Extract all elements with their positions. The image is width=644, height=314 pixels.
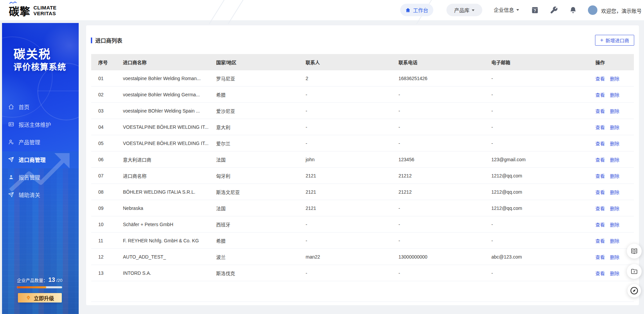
email: - <box>484 92 588 97</box>
importer-table: 序号进口商名称国家/地区联系人联系电话电子邮箱操作 01voestalpine … <box>91 54 634 302</box>
delete-link[interactable]: 删除 <box>610 206 619 211</box>
guide-compass-button[interactable] <box>627 284 641 297</box>
view-link[interactable]: 查看 <box>595 206 605 211</box>
country-region: 波兰 <box>209 253 299 260</box>
user-avatar[interactable] <box>588 5 597 15</box>
importer-name: INTORD S.A. <box>116 270 209 276</box>
table-body: 01voestalpine Bohler Welding Roman...罗马尼… <box>91 70 634 281</box>
view-link[interactable]: 查看 <box>595 92 605 98</box>
sidebar-item-label: 产品管理 <box>19 138 40 146</box>
email: 1212@qq.com <box>484 173 588 178</box>
contact-phone: - <box>391 206 484 211</box>
globe-line-decor <box>37 91 79 91</box>
help-manual-icon[interactable]: ? <box>531 6 539 14</box>
delete-link[interactable]: 删除 <box>610 76 619 81</box>
table-row: 06意大利进口商法国john123456123@gmail.com查看删除 <box>91 151 634 168</box>
row-index: 04 <box>91 124 116 130</box>
brand-logo: 碳擎 CLIMATE VERITAS <box>9 3 56 18</box>
contact-person: 2121 <box>299 206 391 211</box>
resources-folder-button[interactable] <box>627 264 642 279</box>
nav-enterprise-info[interactable]: 企业信息 <box>494 6 519 13</box>
view-link[interactable]: 查看 <box>595 255 605 260</box>
sidebar-item-importer-management[interactable]: 进口商管理 <box>2 151 79 168</box>
delete-link[interactable]: 删除 <box>610 173 619 179</box>
email: - <box>484 141 588 146</box>
delete-link[interactable]: 删除 <box>610 125 619 130</box>
view-link[interactable]: 查看 <box>595 238 605 244</box>
view-link[interactable]: 查看 <box>595 108 605 114</box>
view-link[interactable]: 查看 <box>595 271 605 276</box>
delete-link[interactable]: 删除 <box>610 222 619 227</box>
delete-link[interactable]: 删除 <box>610 238 619 244</box>
importer-name: 意大利进口商 <box>116 156 209 163</box>
importer-name: F. REYHER Nchfg. GmbH & Co. KG <box>116 238 209 243</box>
view-link[interactable]: 查看 <box>595 76 605 81</box>
sidebar-item-home[interactable]: 首页 <box>2 98 79 116</box>
sidebar-item-label: 报告管理 <box>19 173 40 181</box>
row-actions: 查看删除 <box>588 107 634 114</box>
paper-plane-icon <box>8 192 14 198</box>
row-actions: 查看删除 <box>588 172 634 179</box>
delete-link[interactable]: 删除 <box>610 108 619 114</box>
importer-name: voestalpine Bohler Welding Germa... <box>116 92 209 97</box>
email: 1212@qq.com <box>484 189 588 195</box>
contact-phone: - <box>391 222 484 227</box>
view-link[interactable]: 查看 <box>595 157 605 163</box>
delete-link[interactable]: 删除 <box>610 271 619 276</box>
view-link[interactable]: 查看 <box>595 141 605 146</box>
column-header-contact-phone: 联系电话 <box>391 59 484 66</box>
top-header: 碳擎 CLIMATE VERITAS 工作台 产品库 企业信息 ? 欢 <box>0 0 644 20</box>
delete-link[interactable]: 删除 <box>610 190 619 195</box>
nav-product-library[interactable]: 产品库 <box>446 4 482 16</box>
contact-person: - <box>299 238 391 243</box>
row-actions: 查看删除 <box>588 124 634 130</box>
sidebar-item-product-management[interactable]: 产品管理 <box>2 133 79 151</box>
table-row: 01voestalpine Bohler Welding Roman...罗马尼… <box>91 70 634 87</box>
view-link[interactable]: 查看 <box>595 125 605 130</box>
sidebar-item-report-management[interactable]: 报告管理 <box>2 168 79 186</box>
delete-link[interactable]: 删除 <box>610 255 619 260</box>
sidebar-item-reporting-entity[interactable]: 报送主体维护 <box>2 116 79 133</box>
contact-phone: - <box>391 124 484 130</box>
country-region: 爱沙尼亚 <box>209 107 299 114</box>
view-link[interactable]: 查看 <box>595 173 605 179</box>
view-link[interactable]: 查看 <box>595 190 605 195</box>
column-header-actions: 操作 <box>588 59 634 66</box>
notifications-bell-icon[interactable] <box>569 6 577 14</box>
contact-person: john <box>299 157 391 162</box>
country-region: 爱尔兰 <box>209 140 299 147</box>
table-row: 05VOESTALPINE BÖHLER WELDING IT...爱尔兰---… <box>91 135 634 151</box>
row-index: 12 <box>91 254 116 260</box>
view-link[interactable]: 查看 <box>595 222 605 227</box>
row-index: 10 <box>91 222 116 227</box>
sidebar-item-label: 辅助清关 <box>19 191 40 199</box>
sidebar-item-customs-assist[interactable]: 辅助清关 <box>2 186 79 203</box>
sidebar-item-label: 首页 <box>19 103 29 111</box>
page-title-text: 进口商列表 <box>95 36 122 44</box>
delete-link[interactable]: 删除 <box>610 92 619 98</box>
delete-link[interactable]: 删除 <box>610 141 619 146</box>
table-row: 09Nebraska法国2121-1212@qq.com查看删除 <box>91 200 634 216</box>
contact-phone: - <box>391 270 484 276</box>
table-row: 03voestalpine BOhler Welding Spain ...爱沙… <box>91 103 634 119</box>
contact-phone: - <box>391 92 484 97</box>
add-importer-button[interactable]: + 新增进口商 <box>595 35 634 46</box>
importer-name: Schäfer + Peters GmbH <box>116 222 209 227</box>
delete-link[interactable]: 删除 <box>610 157 619 163</box>
country-region: 意大利 <box>209 124 299 130</box>
nav-workbench[interactable]: 工作台 <box>400 4 433 16</box>
id-card-icon <box>8 121 14 127</box>
contact-phone: 21212 <box>391 189 484 195</box>
docs-book-button[interactable] <box>627 244 642 259</box>
caret-down-icon <box>472 9 474 11</box>
country-region: 匈牙利 <box>209 172 299 179</box>
email: - <box>484 76 588 81</box>
upgrade-button[interactable]: 立即升级 <box>18 293 62 303</box>
product-quota-label: 企业产品数量： <box>17 278 48 283</box>
nav-enterprise-info-label: 企业信息 <box>494 6 514 13</box>
country-region: 斯洛文尼亚 <box>209 189 299 195</box>
contact-phone: 16836251426 <box>391 76 484 81</box>
settings-wrench-icon[interactable] <box>550 6 558 14</box>
table-header-row: 序号进口商名称国家/地区联系人联系电话电子邮箱操作 <box>91 54 634 70</box>
row-actions: 查看删除 <box>588 221 634 228</box>
